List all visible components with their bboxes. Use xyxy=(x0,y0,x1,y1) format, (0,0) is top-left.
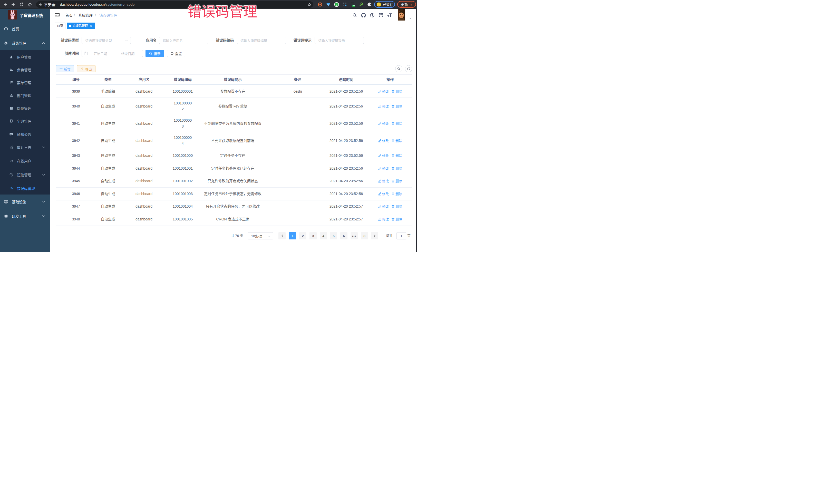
svg-text:on: on xyxy=(353,5,355,6)
